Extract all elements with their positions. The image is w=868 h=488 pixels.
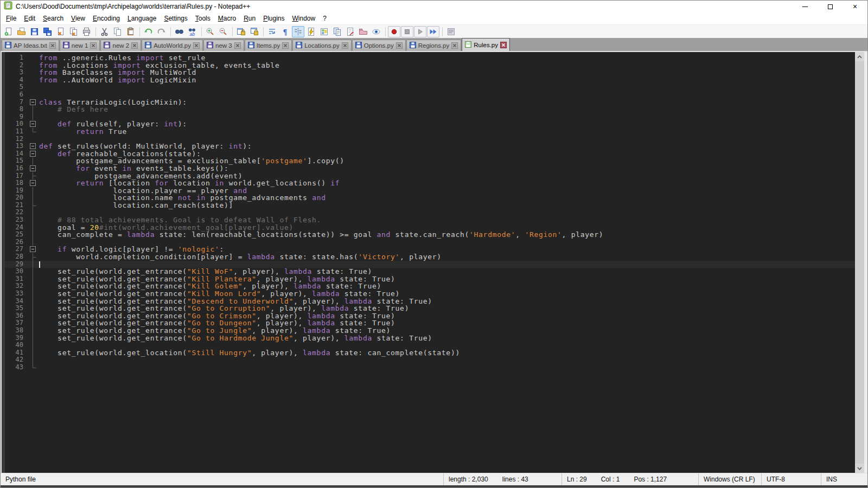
line-number[interactable]: 34 (5, 298, 27, 305)
code-line[interactable]: 16 for event in events_table.keys(): (5, 165, 855, 172)
close-tab-icon[interactable] (234, 42, 241, 49)
line-number[interactable]: 27 (5, 246, 27, 253)
line-number[interactable]: 20 (5, 194, 27, 202)
code-line[interactable]: 18 return [location for location in worl… (5, 179, 855, 187)
line-number[interactable]: 18 (5, 179, 27, 187)
line-number[interactable]: 23 (5, 216, 27, 224)
status-encoding[interactable]: UTF-8 (761, 473, 821, 485)
copy-icon[interactable] (111, 26, 124, 37)
fold-collapse-icon[interactable] (27, 120, 39, 128)
menu-view[interactable]: View (67, 13, 89, 24)
menu-tools[interactable]: Tools (192, 13, 214, 24)
code-line[interactable]: 37 set_rule(world.get_entrance("Go to Du… (5, 319, 855, 327)
user-language-icon[interactable] (305, 26, 317, 37)
menu-run[interactable]: Run (240, 13, 259, 24)
document-map-icon[interactable] (318, 26, 330, 37)
close-all-icon[interactable] (67, 26, 80, 37)
tab-options-py[interactable]: Options.py (352, 40, 406, 51)
line-number[interactable]: 14 (5, 150, 27, 158)
line-number[interactable]: 36 (5, 312, 27, 320)
macro-stop-icon[interactable] (401, 26, 413, 37)
code-line[interactable]: 17 postgame_advancements.add(event) (5, 172, 855, 180)
line-number[interactable]: 39 (5, 335, 27, 342)
code-line[interactable]: 3from BaseClasses import MultiWorld (5, 69, 855, 76)
code-line[interactable]: 9 (5, 113, 855, 121)
code-line[interactable]: 41 set_rule(world.get_location("Still Hu… (5, 349, 855, 357)
code-line[interactable]: 42 (5, 356, 855, 364)
status-eol-format[interactable]: Windows (CR LF) (698, 473, 761, 485)
code-line[interactable]: 8 # Defs here (5, 106, 855, 113)
close-file-icon[interactable] (54, 26, 67, 37)
line-number[interactable]: 7 (5, 99, 27, 106)
line-number[interactable]: 8 (5, 106, 27, 113)
line-number[interactable]: 2 (5, 62, 27, 69)
macro-save-icon[interactable] (445, 26, 457, 37)
tab-rules-py[interactable]: Rules.py (462, 38, 510, 51)
fold-collapse-icon[interactable] (27, 99, 39, 106)
code-line[interactable]: 21 location.can_reach(state)] (5, 202, 855, 209)
code-line[interactable]: 31 set_rule(world.get_entrance("Kill Pla… (5, 275, 855, 283)
save-all-icon[interactable] (41, 26, 54, 37)
close-tab-icon[interactable] (90, 42, 97, 49)
menu-settings[interactable]: Settings (160, 13, 191, 24)
tab-new-1[interactable]: new 1 (60, 40, 100, 51)
code-line[interactable]: 40 (5, 342, 855, 349)
code-line[interactable]: 6 (5, 91, 855, 99)
line-number[interactable]: 42 (5, 356, 27, 364)
restore-button[interactable] (818, 1, 843, 12)
line-number[interactable]: 40 (5, 342, 27, 349)
new-file-icon[interactable] (2, 26, 15, 37)
line-number[interactable]: 4 (5, 76, 27, 84)
scroll-down-button[interactable] (855, 464, 864, 473)
menu-plugins[interactable]: Plugins (259, 13, 288, 24)
code-line[interactable]: 20 location.name not in postgame_advance… (5, 194, 855, 202)
scroll-up-button[interactable] (855, 52, 864, 61)
close-tab-icon[interactable] (49, 42, 56, 49)
zoom-out-icon[interactable] (217, 26, 229, 37)
zoom-in-icon[interactable] (204, 26, 216, 37)
open-folder-icon[interactable] (15, 26, 28, 37)
tab-regions-py[interactable]: Regions.py (406, 40, 462, 51)
code-line[interactable]: 28 world.completion_condition[player] = … (5, 253, 855, 261)
code-line[interactable]: 26 (5, 239, 855, 246)
code-line[interactable]: 7class TerrariaLogic(LogicMixin): (5, 99, 855, 106)
document-list-icon[interactable] (331, 26, 343, 37)
code-line[interactable]: 15 postgame_advancements = exclusion_tab… (5, 157, 855, 165)
code-line[interactable]: 29 (5, 261, 855, 268)
line-number[interactable]: 19 (5, 187, 27, 195)
code-line[interactable]: 38 set_rule(world.get_entrance("Go to Ju… (5, 327, 855, 335)
tab-new-3[interactable]: new 3 (203, 40, 244, 51)
code-line[interactable]: 5 (5, 84, 855, 91)
tab-locations-py[interactable]: Locations.py (292, 40, 352, 51)
code-line[interactable]: 25 can_complete = lambda state: len(reac… (5, 231, 855, 239)
macro-play-icon[interactable] (414, 26, 426, 37)
close-button[interactable]: × (843, 1, 867, 12)
status-insert-mode[interactable]: INS (821, 473, 867, 485)
menu-encoding[interactable]: Encoding (89, 13, 124, 24)
line-number[interactable]: 26 (5, 239, 27, 246)
replace-icon[interactable]: ab (186, 26, 199, 37)
line-number[interactable]: 31 (5, 275, 27, 283)
close-tab-icon[interactable] (282, 42, 289, 49)
vertical-scrollbar[interactable] (855, 52, 864, 473)
line-number[interactable]: 29 (5, 261, 27, 268)
line-number[interactable]: 5 (5, 84, 27, 91)
code-line[interactable]: 1from ..generic.Rules import set_rule (5, 54, 855, 62)
macro-record-icon[interactable] (388, 26, 400, 37)
code-line[interactable]: 35 set_rule(world.get_entrance("Go to Co… (5, 305, 855, 312)
word-wrap-icon[interactable] (266, 26, 278, 37)
code-line[interactable]: 36 set_rule(world.get_entrance("Go to Cr… (5, 312, 855, 320)
line-number[interactable]: 15 (5, 157, 27, 165)
line-number[interactable]: 16 (5, 165, 27, 172)
line-number[interactable]: 35 (5, 305, 27, 312)
code-line[interactable]: 12 (5, 136, 855, 143)
minimize-button[interactable] (793, 1, 818, 12)
line-number[interactable]: 11 (5, 128, 27, 136)
sync-horizontal-icon[interactable] (248, 26, 260, 37)
code-line[interactable]: 32 set_rule(world.get_entrance("Kill Gol… (5, 282, 855, 290)
code-line[interactable]: 30 set_rule(world.get_entrance("Kill WoF… (5, 268, 855, 275)
tab-autoworld-py[interactable]: AutoWorld.py (142, 40, 203, 51)
menu-edit[interactable]: Edit (20, 13, 39, 24)
code-line[interactable]: 14 def reachable_locations(state): (5, 150, 855, 158)
menu-language[interactable]: Language (124, 13, 160, 24)
